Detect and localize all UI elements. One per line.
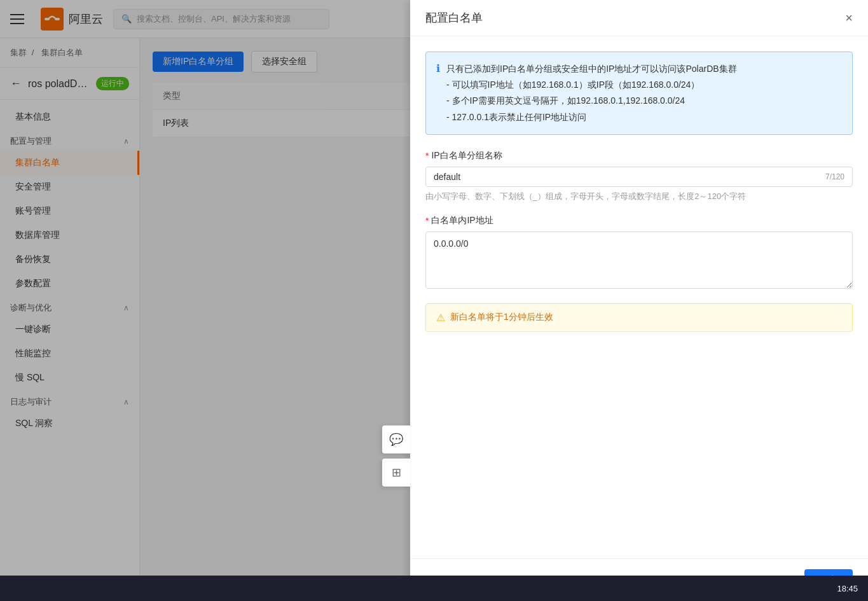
- group-name-count: 7/120: [825, 172, 844, 181]
- warning-text: 新白名单将于1分钟后生效: [450, 312, 553, 323]
- required-mark-2: *: [425, 216, 429, 226]
- info-icon: ℹ: [436, 62, 440, 125]
- drawer-body: ℹ 只有已添加到IP白名单分组或安全组中的IP地址才可以访问该PolarDB集群…: [410, 36, 868, 558]
- info-main-text: 只有已添加到IP白名单分组或安全组中的IP地址才可以访问该PolarDB集群: [446, 61, 737, 77]
- info-tip-2: - 多个IP需要用英文逗号隔开，如192.168.0.1,192.168.0.0…: [446, 93, 737, 109]
- group-name-hint: 由小写字母、数字、下划线（_）组成，字母开头，字母或数字结尾，长度2～120个字…: [425, 191, 853, 202]
- group-name-label-text: IP白名单分组名称: [431, 150, 502, 162]
- group-name-label: * IP白名单分组名称: [425, 150, 853, 162]
- drawer-title: 配置白名单: [425, 10, 483, 25]
- grid-icon: ⊞: [392, 466, 401, 480]
- ip-label-text: 白名单内IP地址: [431, 215, 493, 226]
- chat-float-button[interactable]: 💬: [382, 425, 410, 453]
- group-name-input-wrapper: default 7/120: [425, 167, 853, 187]
- ip-textarea[interactable]: 0.0.0.0/0: [425, 231, 853, 289]
- required-mark-1: *: [425, 151, 429, 161]
- drawer: 配置白名单 × ℹ 只有已添加到IP白名单分组或安全组中的IP地址才可以访问该P…: [410, 0, 868, 601]
- warning-icon: ⚠: [436, 312, 445, 324]
- warning-box: ⚠ 新白名单将于1分钟后生效: [425, 303, 853, 332]
- ip-form-item: * 白名单内IP地址 0.0.0.0/0: [425, 215, 853, 291]
- group-name-value[interactable]: default: [434, 172, 460, 182]
- grid-float-button[interactable]: ⊞: [382, 459, 410, 487]
- taskbar-time: 18:45: [837, 584, 858, 593]
- float-buttons: 💬 ⊞: [382, 425, 410, 487]
- info-box: ℹ 只有已添加到IP白名单分组或安全组中的IP地址才可以访问该PolarDB集群…: [425, 52, 853, 135]
- group-name-form-item: * IP白名单分组名称 default 7/120 由小写字母、数字、下划线（_…: [425, 150, 853, 202]
- chat-icon: 💬: [389, 432, 403, 446]
- ip-label: * 白名单内IP地址: [425, 215, 853, 226]
- drawer-close-button[interactable]: ×: [845, 11, 853, 24]
- info-tip-3: - 127.0.0.1表示禁止任何IP地址访问: [446, 109, 737, 125]
- info-content: 只有已添加到IP白名单分组或安全组中的IP地址才可以访问该PolarDB集群 -…: [446, 61, 737, 125]
- taskbar: 18:45: [0, 576, 868, 601]
- drawer-header: 配置白名单 ×: [410, 0, 868, 36]
- info-tip-1: - 可以填写IP地址（如192.168.0.1）或IP段（如192.168.0.…: [446, 77, 737, 93]
